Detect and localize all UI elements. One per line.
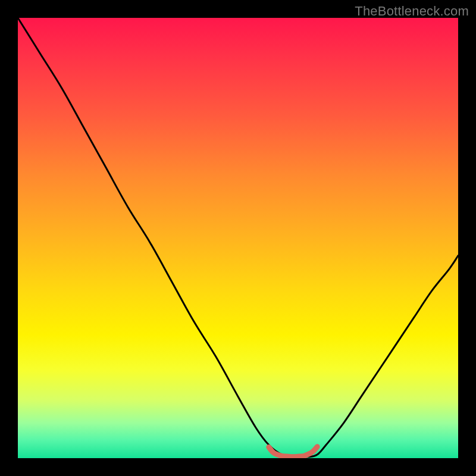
plot-area bbox=[18, 18, 458, 458]
chart-frame: TheBottleneck.com bbox=[0, 0, 476, 476]
watermark-text: TheBottleneck.com bbox=[355, 4, 469, 19]
bottleneck-curve bbox=[18, 18, 458, 457]
curve-layer bbox=[18, 18, 458, 458]
optimal-band bbox=[269, 447, 317, 457]
